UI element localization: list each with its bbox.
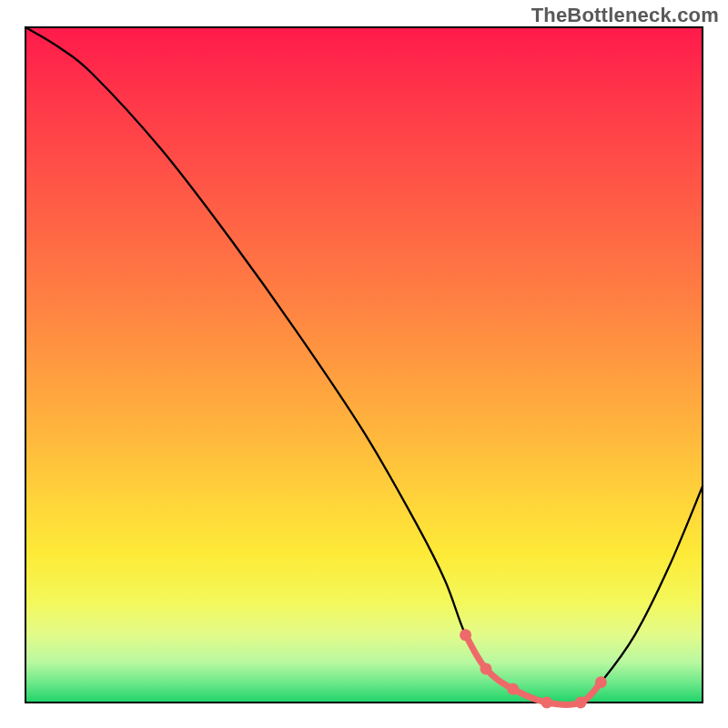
floor-dot bbox=[507, 683, 519, 695]
floor-dot bbox=[460, 629, 471, 641]
chart-background bbox=[25, 27, 703, 703]
bottleneck-chart bbox=[0, 0, 728, 728]
floor-dot bbox=[575, 697, 587, 709]
watermark-text: TheBottleneck.com bbox=[531, 4, 719, 27]
floor-dot bbox=[541, 697, 552, 709]
floor-dot bbox=[480, 662, 491, 674]
floor-dot bbox=[595, 676, 607, 688]
